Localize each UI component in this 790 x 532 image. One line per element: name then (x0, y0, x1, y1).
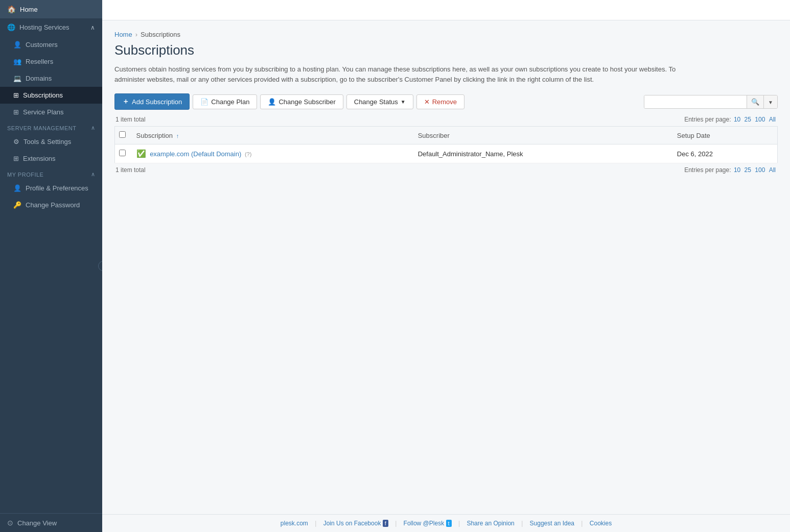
page-description: Customers obtain hosting services from y… (114, 64, 677, 84)
footer-sep-4: | (521, 520, 523, 527)
footer-link-cookies[interactable]: Cookies (590, 520, 612, 527)
entries-100-bottom[interactable]: 100 (755, 166, 765, 174)
footer-link-suggest[interactable]: Suggest an Idea (530, 520, 574, 527)
search-input[interactable] (644, 95, 747, 108)
remove-button[interactable]: ✕ Remove (416, 94, 464, 109)
footer-link-plesk[interactable]: plesk.com (281, 520, 308, 527)
twitter-icon: t (446, 520, 452, 527)
add-subscription-button[interactable]: ＋ Add Subscription (114, 93, 190, 110)
table-body: ✅ example.com (Default Domain) (?) Defau… (115, 144, 778, 163)
table-row: ✅ example.com (Default Domain) (?) Defau… (115, 144, 778, 163)
entries-per-page-top: Entries per page: 10 25 100 All (684, 116, 777, 123)
change-plan-icon: 📄 (200, 98, 208, 106)
col-setup-date[interactable]: Setup Date (671, 127, 778, 144)
sidebar-item-domains[interactable]: 💻 Domains (0, 70, 102, 87)
sidebar-item-home[interactable]: 🏠 Home (0, 0, 102, 18)
table-header: Subscription ↑ Subscriber Setup Date (115, 127, 778, 144)
sidebar-item-subscriptions[interactable]: ⊞ Subscriptions (0, 87, 102, 104)
subscription-link[interactable]: example.com (Default Domain) (150, 150, 241, 158)
entries-25-bottom[interactable]: 25 (745, 166, 751, 174)
resellers-icon: 👥 (13, 58, 21, 65)
hosting-services-icon: 🌐 (7, 23, 15, 31)
subscriber-cell: Default_Administrator_Name, Plesk (412, 144, 671, 163)
select-all-checkbox[interactable] (119, 131, 126, 138)
remove-label: Remove (432, 98, 457, 106)
plus-icon: ＋ (122, 97, 129, 106)
entries-10-bottom[interactable]: 10 (734, 166, 740, 174)
sidebar-item-extensions[interactable]: ⊞ Extensions (0, 150, 102, 167)
sidebar-section-server-management[interactable]: Server Management ∧ (0, 120, 102, 133)
sidebar-section-hosting-services[interactable]: 🌐 Hosting Services ∧ (0, 18, 102, 36)
subscription-cell: ✅ example.com (Default Domain) (?) (130, 144, 412, 163)
status-ok-icon: ✅ (136, 149, 146, 158)
server-management-collapse-icon: ∧ (91, 125, 96, 131)
home-icon: 🏠 (7, 5, 16, 13)
change-subscriber-button[interactable]: 👤 Change Subscriber (260, 94, 343, 109)
sidebar: 🏠 Home 🌐 Hosting Services ∧ 👤 Customers … (0, 0, 102, 532)
col-subscription[interactable]: Subscription ↑ (130, 127, 412, 144)
col-subscription-label: Subscription (136, 132, 173, 139)
sidebar-extensions-label: Extensions (23, 155, 56, 162)
sidebar-resellers-label: Resellers (26, 58, 53, 65)
entries-100[interactable]: 100 (755, 116, 765, 123)
table-meta-top: 1 item total Entries per page: 10 25 100… (114, 116, 778, 123)
page-content: Home › Subscriptions Subscriptions Custo… (102, 20, 790, 514)
toolbar: ＋ Add Subscription 📄 Change Plan 👤 Chang… (114, 93, 778, 110)
add-subscription-label: Add Subscription (132, 98, 182, 106)
search-button[interactable]: 🔍 (747, 95, 763, 108)
subscriptions-icon: ⊞ (13, 91, 19, 99)
sidebar-item-change-password[interactable]: 🔑 Change Password (0, 197, 102, 213)
sidebar-item-change-view[interactable]: ⊙ Change View (0, 514, 102, 532)
help-icon[interactable]: (?) (245, 151, 251, 157)
change-subscriber-label: Change Subscriber (278, 98, 335, 106)
footer-twitter-label: Follow @Plesk (404, 520, 445, 527)
change-plan-label: Change Plan (211, 98, 249, 106)
breadcrumb-home[interactable]: Home (114, 31, 132, 38)
sidebar-item-home-label: Home (20, 6, 38, 13)
search-dropdown-button[interactable]: ▼ (763, 95, 777, 108)
sidebar-change-password-label: Change Password (26, 201, 80, 209)
customers-icon: 👤 (13, 41, 21, 49)
remove-icon: ✕ (424, 98, 430, 106)
hosting-services-collapse-icon: ∧ (90, 24, 95, 31)
select-all-header (115, 127, 130, 144)
sidebar-section-my-profile[interactable]: My Profile ∧ (0, 167, 102, 180)
page-title: Subscriptions (114, 42, 778, 58)
change-view-label: Change View (17, 519, 57, 527)
entries-25[interactable]: 25 (745, 116, 751, 123)
sidebar-item-resellers[interactable]: 👥 Resellers (0, 53, 102, 70)
entries-label-bottom: Entries per page: (684, 166, 731, 174)
footer-link-twitter[interactable]: Follow @Plesk t (404, 520, 453, 527)
password-icon: 🔑 (13, 201, 21, 209)
table-meta-bottom: 1 item total Entries per page: 10 25 100… (114, 166, 778, 174)
entries-10[interactable]: 10 (734, 116, 740, 123)
col-setup-date-label: Setup Date (677, 132, 710, 139)
breadcrumb-current: Subscriptions (141, 31, 180, 38)
col-subscriber-label: Subscriber (418, 132, 450, 139)
footer-link-facebook[interactable]: Join Us on Facebook f (323, 520, 390, 527)
col-subscriber[interactable]: Subscriber (412, 127, 671, 144)
search-dropdown-icon: ▼ (768, 100, 773, 105)
footer-facebook-label: Join Us on Facebook (323, 520, 381, 527)
row-checkbox[interactable] (119, 150, 126, 156)
entries-all[interactable]: All (769, 116, 776, 123)
change-status-button[interactable]: Change Status ▼ (346, 94, 413, 109)
sidebar-item-customers[interactable]: 👤 Customers (0, 36, 102, 53)
my-profile-collapse-icon: ∧ (91, 171, 96, 178)
sidebar-tools-label: Tools & Settings (24, 138, 71, 146)
footer: plesk.com | Join Us on Facebook f | Foll… (102, 514, 790, 532)
footer-sep-2: | (395, 520, 397, 527)
sort-subscription-icon: ↑ (176, 133, 179, 139)
item-count-bottom: 1 item total (115, 166, 146, 174)
entries-all-bottom[interactable]: All (769, 166, 776, 174)
server-management-label: Server Management (7, 125, 76, 131)
sidebar-collapse-button[interactable]: ‹ (98, 261, 102, 271)
entries-per-page-bottom: Entries per page: 10 25 100 All (684, 166, 777, 174)
footer-link-share[interactable]: Share an Opinion (467, 520, 514, 527)
breadcrumb: Home › Subscriptions (114, 31, 778, 38)
change-plan-button[interactable]: 📄 Change Plan (193, 94, 257, 109)
sidebar-item-service-plans[interactable]: ⊞ Service Plans (0, 104, 102, 120)
sidebar-item-tools-settings[interactable]: ⚙ Tools & Settings (0, 133, 102, 150)
domains-icon: 💻 (13, 75, 21, 82)
sidebar-item-profile-preferences[interactable]: 👤 Profile & Preferences (0, 180, 102, 197)
